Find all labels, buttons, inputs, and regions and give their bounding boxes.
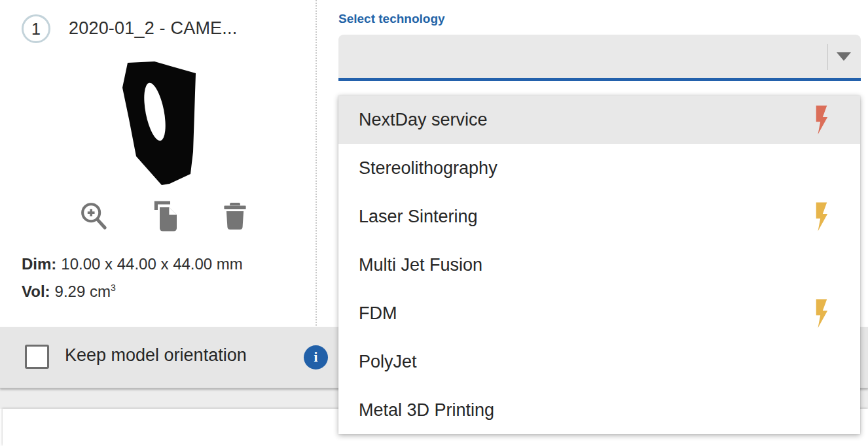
technology-option[interactable]: NextDay service [338, 95, 860, 144]
lightning-bolt-icon [814, 299, 829, 328]
technology-option-label: PolyJet [359, 352, 417, 372]
chevron-down-icon[interactable] [837, 52, 851, 61]
technology-option-label: Laser Sintering [359, 207, 478, 227]
vol-exponent: 3 [111, 283, 116, 293]
print-configuration-page: 1 2020-01_2 - CAME... [0, 0, 868, 446]
model-dimensions: Dim:10.00 x 44.00 x 44.00 mm [22, 252, 243, 276]
keep-orientation-label: Keep model orientation [65, 345, 247, 366]
duplicate-button[interactable] [149, 200, 181, 235]
duplicate-icon [149, 200, 181, 233]
technology-option-label: FDM [359, 303, 397, 324]
technology-option[interactable]: PolyJet [338, 337, 860, 386]
select-divider [827, 44, 828, 70]
technology-option-label: Multi Jet Fusion [359, 255, 482, 275]
model-index: 1 [31, 20, 41, 39]
lightning-bolt-icon [814, 105, 829, 135]
technology-option-label: Stereolithography [359, 158, 497, 179]
dim-value: 10.00 x 44.00 x 44.00 mm [61, 255, 243, 273]
model-title: 2020-01_2 - CAME... [69, 18, 237, 39]
technology-dropdown: NextDay service Stereolithography Laser … [338, 95, 860, 434]
delete-icon [221, 200, 249, 232]
model-toolbar [79, 200, 249, 235]
model-measurements: Dim:10.00 x 44.00 x 44.00 mm Vol:9.29 cm… [22, 252, 243, 303]
select-technology-label[interactable]: Select technology [338, 12, 445, 26]
model-silhouette-icon [121, 60, 200, 188]
keep-orientation-checkbox[interactable] [25, 345, 49, 369]
technology-option[interactable]: Metal 3D Printing [338, 386, 860, 434]
technology-option-label: NextDay service [359, 110, 488, 130]
model-volume: Vol:9.29 cm3 [22, 276, 243, 303]
technology-option[interactable]: Laser Sintering [338, 192, 860, 241]
technology-option[interactable]: Multi Jet Fusion [338, 241, 860, 289]
technology-select[interactable] [338, 35, 861, 81]
model-index-badge: 1 [22, 14, 50, 43]
technology-option-label: Metal 3D Printing [359, 400, 494, 420]
info-icon-glyph: i [314, 349, 318, 366]
dim-label: Dim: [22, 255, 56, 273]
zoom-in-button[interactable] [79, 200, 109, 233]
technology-option[interactable]: Stereolithography [338, 144, 860, 192]
technology-option[interactable]: FDM [338, 289, 860, 337]
model-thumbnail[interactable] [121, 60, 200, 191]
vol-label: Vol: [22, 283, 50, 300]
lightning-bolt-icon [814, 202, 829, 232]
vol-value: 9.29 cm [55, 283, 111, 300]
delete-button[interactable] [221, 200, 249, 233]
zoom-in-icon [79, 200, 109, 232]
info-icon[interactable]: i [304, 345, 328, 369]
vertical-dotted-divider [316, 0, 317, 328]
